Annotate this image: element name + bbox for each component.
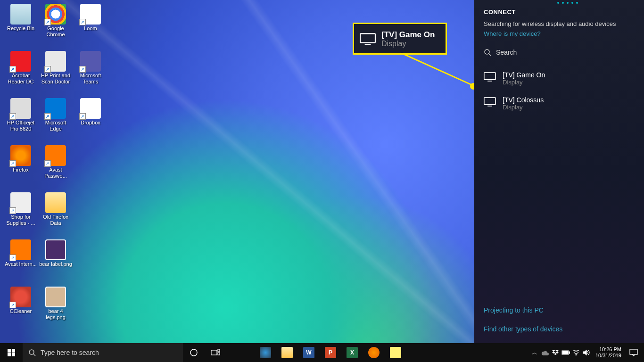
- desktop-icon-loom[interactable]: ↗Loom: [74, 4, 107, 50]
- hpbox-icon: ↗: [45, 51, 66, 72]
- printer-icon: ↗: [10, 98, 31, 119]
- pinned-excel[interactable]: X: [341, 343, 363, 362]
- tray-overflow-button[interactable]: ︿: [529, 343, 540, 362]
- ccleaner-icon: ↗: [10, 287, 31, 307]
- where-is-my-device-link[interactable]: Where is my device?: [484, 30, 635, 37]
- desktop-icon-hp-officejet-pro-8620[interactable]: ↗HP Officejet Pro 8620: [4, 98, 38, 144]
- desktop-icon-label: Firefox: [13, 167, 29, 173]
- desktop-icon-grid: Recycle Bin↗Google Chrome↗Loom↗Acrobat R…: [4, 4, 107, 333]
- taskbar-clock[interactable]: 10:26 PM 10/31/2019: [592, 346, 625, 359]
- desktop-icon-acrobat-reader-dc[interactable]: ↗Acrobat Reader DC: [4, 51, 38, 97]
- tray-onedrive-icon[interactable]: [540, 343, 550, 362]
- desktop-icon-microsoft-teams[interactable]: ↗Microsoft Teams: [74, 51, 107, 97]
- svg-rect-14: [218, 353, 220, 355]
- tray-dropbox-icon[interactable]: [550, 343, 561, 362]
- callout-device-highlight: [TV] Game On Display: [353, 23, 447, 55]
- connect-panel-title: CONNECT: [484, 8, 635, 16]
- start-button[interactable]: [0, 343, 23, 362]
- desktop-icon-label: CCleaner: [10, 308, 32, 314]
- svg-rect-16: [569, 352, 570, 354]
- device-type: Display: [503, 104, 544, 111]
- cortana-button[interactable]: [183, 343, 205, 362]
- desktop-icon-dropbox[interactable]: ↗Dropbox: [74, 98, 107, 144]
- desktop-icon-recycle-bin[interactable]: Recycle Bin: [4, 4, 38, 50]
- svg-line-10: [33, 354, 35, 356]
- avastnet-icon: ↗: [10, 239, 31, 260]
- desktop-icon-avast-intern[interactable]: ↗Avast Intern...: [4, 239, 38, 286]
- desktop-icon-label: Avast Intern...: [5, 261, 37, 267]
- device-name: [TV] Game On: [503, 71, 545, 79]
- display-icon: [360, 33, 376, 45]
- svg-rect-17: [562, 351, 568, 354]
- adobe-icon: ↗: [10, 51, 31, 72]
- desktop-icon-microsoft-edge[interactable]: ↗Microsoft Edge: [39, 98, 73, 144]
- svg-rect-7: [484, 98, 495, 105]
- desktop-icon-hp-print-and-scan-doctor[interactable]: ↗HP Print and Scan Doctor: [39, 51, 73, 97]
- find-other-devices-link[interactable]: Find other types of devices: [484, 325, 635, 333]
- action-center-button[interactable]: [625, 343, 642, 362]
- svg-point-9: [29, 350, 34, 354]
- desktop-icon-label: HP Officejet Pro 8620: [4, 120, 37, 132]
- connect-panel: CONNECT Searching for wireless display a…: [474, 0, 644, 343]
- recycle-icon: [10, 4, 31, 25]
- pinned-firefox[interactable]: [363, 343, 385, 362]
- desktop-icon-label: Loom: [84, 25, 97, 32]
- connect-device-item[interactable]: [TV] Game On Display: [484, 67, 635, 92]
- dropbox-icon: ↗: [80, 98, 101, 119]
- desktop-icon-label: Old Firefox Data: [39, 214, 72, 226]
- desktop-icon-label: Microsoft Edge: [39, 120, 72, 132]
- firefox-icon: ↗: [10, 145, 31, 166]
- avastpw-icon: ↗: [45, 145, 66, 166]
- chrome-icon: ↗: [45, 4, 66, 25]
- svg-rect-12: [211, 350, 217, 355]
- pinned-file-explorer[interactable]: [276, 343, 298, 362]
- desktop-icon-old-firefox-data[interactable]: Old Firefox Data: [39, 192, 73, 239]
- desktop-icon-ccleaner[interactable]: ↗CCleaner: [4, 287, 38, 333]
- display-icon: [484, 72, 496, 82]
- callout-device-type: Display: [381, 40, 435, 48]
- desktop-icon-label: Shop for Supplies - ...: [4, 214, 37, 226]
- search-icon: [484, 49, 491, 56]
- imgfile-icon: [45, 239, 66, 260]
- pinned-sticky-notes[interactable]: [385, 343, 406, 362]
- desktop-icon-label: Acrobat Reader DC: [4, 73, 37, 84]
- bearimg-icon: [45, 287, 66, 307]
- svg-point-18: [576, 354, 577, 355]
- taskbar-search-placeholder: Type here to search: [41, 349, 99, 356]
- edge-icon: ↗: [45, 98, 66, 119]
- desktop-icon-google-chrome[interactable]: ↗Google Chrome: [39, 4, 73, 50]
- pinned-snagit[interactable]: [255, 343, 276, 362]
- search-icon: [28, 349, 36, 356]
- desktop-icon-label: Recycle Bin: [7, 25, 34, 32]
- connect-device-item[interactable]: [TV] Colossus Display: [484, 92, 635, 117]
- svg-rect-13: [218, 349, 220, 352]
- svg-point-3: [485, 49, 489, 54]
- desktop-icon-bear-4-legs-png[interactable]: bear 4 legs.png: [39, 287, 73, 333]
- device-name: [TV] Colossus: [503, 96, 544, 104]
- connect-search-row[interactable]: Search: [484, 49, 635, 56]
- svg-rect-5: [484, 73, 495, 80]
- projecting-to-this-pc-link[interactable]: Projecting to this PC: [484, 306, 635, 314]
- tray-wifi-icon[interactable]: [571, 343, 581, 362]
- desktop-icon-label: bear 4 legs.png: [39, 308, 72, 320]
- desktop-icon-avast-passwo[interactable]: ↗Avast Passwo...: [39, 145, 73, 191]
- svg-line-4: [489, 54, 491, 56]
- desktop-icon-firefox[interactable]: ↗Firefox: [4, 145, 38, 191]
- tray-battery-icon[interactable]: [561, 343, 571, 362]
- callout-device-name: [TV] Game On: [381, 30, 435, 40]
- desktop-icon-label: HP Print and Scan Doctor: [39, 73, 72, 84]
- tray-volume-icon[interactable]: [581, 343, 592, 362]
- pinned-word[interactable]: W: [298, 343, 320, 362]
- desktop-icon-bear-label-png[interactable]: bear label.png: [39, 239, 73, 286]
- task-view-button[interactable]: [205, 343, 226, 362]
- svg-rect-0: [360, 33, 375, 42]
- desktop-icon-label: Avast Passwo...: [39, 167, 72, 179]
- svg-point-11: [190, 349, 197, 356]
- loom-icon: ↗: [80, 4, 101, 25]
- searching-status-text: Searching for wireless display and audio…: [484, 20, 635, 27]
- progress-dots: [557, 2, 578, 4]
- desktop-icon-shop-for-supplies[interactable]: ↗Shop for Supplies - ...: [4, 192, 38, 239]
- teams-icon: ↗: [80, 51, 101, 72]
- taskbar-search-box[interactable]: Type here to search: [23, 343, 183, 362]
- pinned-powerpoint[interactable]: P: [320, 343, 341, 362]
